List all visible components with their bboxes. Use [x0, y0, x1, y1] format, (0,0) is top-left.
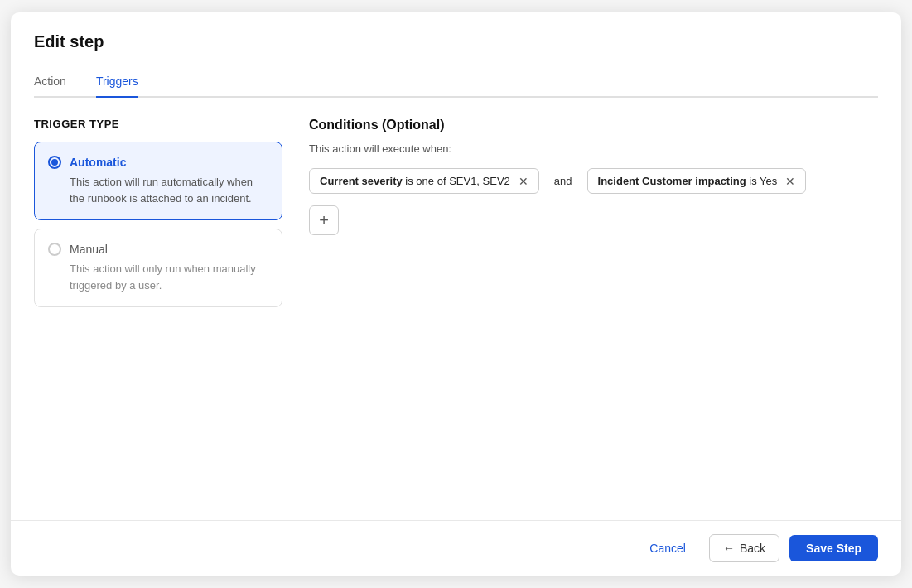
and-label: and: [548, 171, 579, 190]
condition-tag-severity[interactable]: Current severity is one of SEV1, SEV2 ✕: [309, 168, 539, 194]
trigger-manual-name: Manual: [70, 243, 108, 256]
conditions-subtitle: This action will execute when:: [309, 142, 878, 155]
conditions-panel: Conditions (Optional) This action will e…: [309, 118, 878, 500]
back-button[interactable]: ← Back: [709, 534, 779, 562]
condition-severity-remove[interactable]: ✕: [519, 176, 528, 187]
trigger-type-title: Trigger Type: [34, 118, 282, 130]
back-arrow-icon: ←: [723, 542, 735, 555]
trigger-option-automatic[interactable]: Automatic This action will run automatic…: [34, 142, 282, 220]
save-step-button[interactable]: Save Step: [789, 535, 878, 561]
tab-triggers[interactable]: Triggers: [96, 66, 138, 98]
trigger-type-panel: Trigger Type Automatic This action will …: [34, 118, 282, 500]
condition-tag-customer-impacting[interactable]: Incident Customer impacting is Yes ✕: [587, 168, 807, 194]
conditions-title: Conditions (Optional): [309, 118, 878, 133]
conditions-row: Current severity is one of SEV1, SEV2 ✕ …: [309, 168, 878, 194]
trigger-automatic-name: Automatic: [70, 156, 126, 169]
trigger-option-manual-header: Manual: [48, 243, 268, 256]
tab-action[interactable]: Action: [34, 66, 66, 98]
tabs-bar: Action Triggers: [34, 66, 878, 98]
trigger-automatic-desc: This action will run automatically when …: [48, 174, 268, 206]
modal-title: Edit step: [34, 32, 878, 51]
modal-footer: Cancel ← Back Save Step: [11, 520, 901, 576]
condition-severity-text: Current severity is one of SEV1, SEV2: [320, 175, 510, 187]
trigger-option-manual[interactable]: Manual This action will only run when ma…: [34, 229, 282, 307]
trigger-manual-desc: This action will only run when manually …: [48, 261, 268, 293]
modal-header: Edit step Action Triggers: [11, 12, 901, 98]
trigger-option-automatic-header: Automatic: [48, 156, 268, 169]
edit-step-modal: Edit step Action Triggers Trigger Type A…: [11, 12, 901, 576]
cancel-button[interactable]: Cancel: [636, 535, 699, 561]
add-condition-button[interactable]: +: [309, 205, 339, 235]
condition-customer-text: Incident Customer impacting is Yes: [598, 175, 778, 187]
modal-body: Trigger Type Automatic This action will …: [11, 98, 901, 520]
radio-automatic[interactable]: [48, 156, 61, 169]
radio-manual[interactable]: [48, 243, 61, 256]
condition-customer-remove[interactable]: ✕: [785, 176, 795, 187]
